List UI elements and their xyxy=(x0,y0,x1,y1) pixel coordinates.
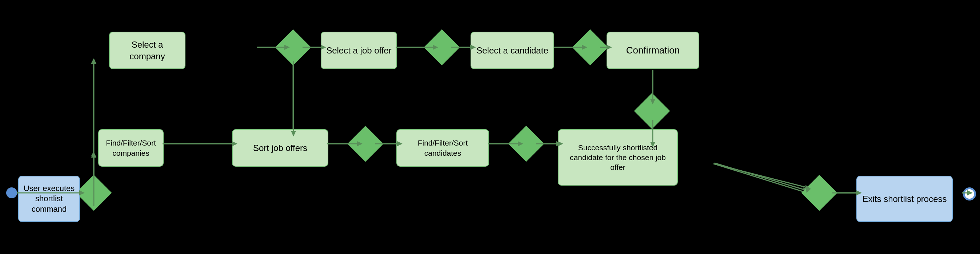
svg-marker-3 xyxy=(91,59,96,64)
find-filter-sort-candidates-node: Find/Filter/Sort candidates xyxy=(396,129,489,167)
diagram-container: Select a company Select a job offer Sele… xyxy=(0,0,980,254)
diamond-5 xyxy=(634,93,670,129)
diamond-3 xyxy=(424,29,460,65)
diamond-8 xyxy=(802,175,837,211)
successfully-shortlisted-node: Successfully shortlisted candidate for t… xyxy=(558,129,678,185)
svg-line-76 xyxy=(713,164,808,188)
svg-line-34 xyxy=(714,163,807,190)
start-circle xyxy=(6,187,17,198)
diamond-6 xyxy=(348,126,383,162)
diamond-7 xyxy=(508,126,544,162)
svg-marker-22 xyxy=(91,152,96,157)
svg-marker-45 xyxy=(91,58,96,64)
svg-line-33 xyxy=(714,164,807,193)
user-executes-node: User executes shortlist command xyxy=(18,176,80,222)
sort-job-offers-node: Sort job offers xyxy=(232,129,328,167)
diamond-1 xyxy=(76,175,112,211)
diamond-2 xyxy=(275,29,311,65)
select-job-offer-node: Select a job offer xyxy=(321,32,397,69)
svg-marker-47 xyxy=(91,152,96,158)
select-candidate-node: Select a candidate xyxy=(471,32,554,69)
diamond-4 xyxy=(572,29,608,65)
end-circle xyxy=(963,187,976,201)
confirmation-node: Confirmation xyxy=(606,32,699,69)
exits-shortlist-node: Exits shortlist process xyxy=(856,176,953,222)
select-company-node: Select a company xyxy=(109,32,185,69)
find-filter-sort-companies-node: Find/Filter/Sort companies xyxy=(98,129,164,167)
